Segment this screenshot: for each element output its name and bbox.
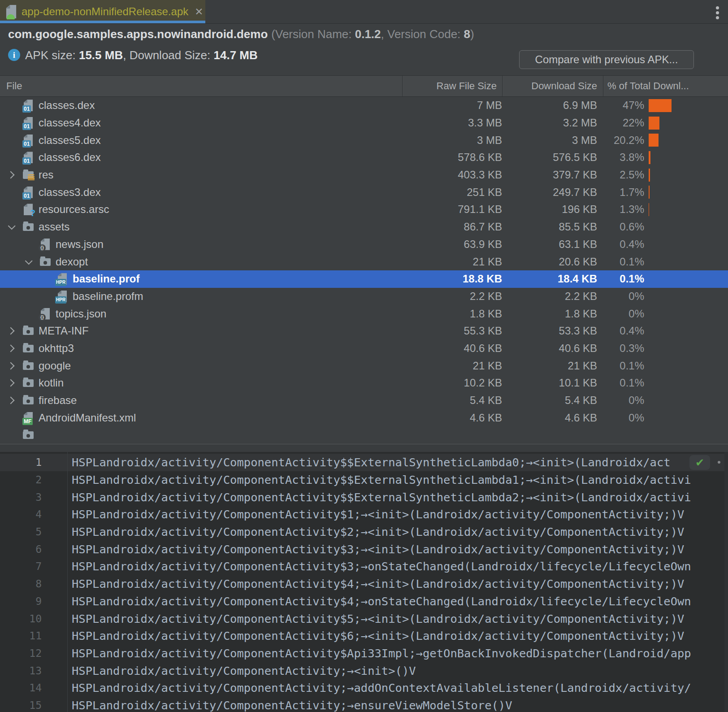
chevron-down-icon[interactable] <box>25 257 33 265</box>
table-row[interactable]: kotlin 10.2 KB 10.1 KB 0.1% <box>0 374 728 392</box>
table-row[interactable]: assets 86.7 KB 85.5 KB 0.6% <box>0 218 728 236</box>
file-cell: firebase <box>0 394 407 407</box>
table-row[interactable]: HPR baseline.profm 2.2 KB 2.2 KB 0% <box>0 288 728 305</box>
percent-cell: 0.1% <box>603 360 728 372</box>
chevron-right-icon[interactable] <box>7 327 15 335</box>
chevron-box <box>6 363 22 369</box>
chevron-right-icon[interactable] <box>7 397 15 404</box>
chevron-box <box>6 328 22 334</box>
raw-file-size: 1.8 KB <box>407 308 502 320</box>
line-number: 7 <box>0 560 67 572</box>
percent-cell: 0.4% <box>603 238 728 251</box>
code-line[interactable]: 15 HSPLandroidx/activity/ComponentActivi… <box>0 697 728 712</box>
code-line[interactable]: 9 HSPLandroidx/activity/ComponentActivit… <box>0 593 728 610</box>
percent-value: 0% <box>603 394 644 407</box>
percent-bar <box>649 134 659 147</box>
hpr-file-icon: HPR <box>56 273 68 285</box>
code-line[interactable]: 6 HSPLandroidx/activity/ComponentActivit… <box>0 540 728 558</box>
table-row[interactable]: okhttp3 40.6 KB 40.6 KB 0.3% <box>0 340 728 357</box>
chevron-right-icon[interactable] <box>7 171 15 179</box>
table-row[interactable]: {} topics.json 1.8 KB 1.8 KB 0% <box>0 305 728 322</box>
table-row[interactable]: META-INF 55.3 KB 53.3 KB 0.4% <box>0 322 728 340</box>
file-cell: 01 classes3.dex <box>0 186 407 199</box>
code-line[interactable]: 5 HSPLandroidx/activity/ComponentActivit… <box>0 523 728 541</box>
raw-file-size: 18.8 KB <box>407 273 502 285</box>
table-row[interactable]: HPR baseline.prof 18.8 KB 18.4 KB 0.1% <box>0 270 728 288</box>
raw-file-size: 4.6 KB <box>407 412 502 424</box>
table-row[interactable]: {} news.json 63.9 KB 63.1 KB 0.4% <box>0 236 728 253</box>
panel-splitter[interactable] <box>0 444 728 452</box>
table-row[interactable]: res 403.3 KB 379.7 KB 2.5% <box>0 166 728 184</box>
code-text: HSPLandroidx/activity/ComponentActivity$… <box>67 525 728 538</box>
chevron-box <box>23 259 39 265</box>
file-name: news.json <box>56 238 104 251</box>
chevron-right-icon[interactable] <box>7 362 15 369</box>
download-size: 20.6 KB <box>502 256 603 268</box>
table-row[interactable]: 01 classes6.dex 578.6 KB 576.5 KB 3.8% <box>0 149 728 166</box>
code-text: HSPLandroidx/activity/ComponentActivity;… <box>67 681 728 695</box>
chevron-box <box>6 398 22 403</box>
percent-value: 0.6% <box>603 221 644 233</box>
code-line[interactable]: 12 HSPLandroidx/activity/ComponentActivi… <box>0 645 728 662</box>
percent-cell: 0% <box>603 394 728 407</box>
file-name: classes3.dex <box>39 186 101 199</box>
line-number: 13 <box>0 665 67 677</box>
file-name: okhttp3 <box>39 342 74 355</box>
percent-value: 0% <box>603 308 644 320</box>
code-line[interactable]: 14 HSPLandroidx/activity/ComponentActivi… <box>0 679 728 697</box>
compare-apk-button[interactable]: Compare with previous APK... <box>519 50 694 69</box>
code-line[interactable]: 11 HSPLandroidx/activity/ComponentActivi… <box>0 627 728 645</box>
raw-file-size: 21 KB <box>407 256 502 268</box>
chevron-right-icon[interactable] <box>7 344 15 352</box>
kebab-menu-icon[interactable] <box>716 6 719 9</box>
close-icon[interactable]: ✕ <box>195 7 203 17</box>
percent-cell: 0.1% <box>603 256 728 268</box>
editor-tab-bar: app-demo-nonMinifiedRelease.apk ✕ <box>0 0 728 24</box>
chevron-down-icon[interactable] <box>8 222 16 230</box>
percent-cell: 20.2% <box>603 134 728 147</box>
download-size: 3.2 MB <box>502 117 603 129</box>
apk-size-text: APK size: 15.5 MB, Download Size: 14.7 M… <box>25 48 258 62</box>
percent-cell: 0.1% <box>603 377 728 389</box>
code-line[interactable]: 7 HSPLandroidx/activity/ComponentActivit… <box>0 558 728 575</box>
code-text: HSPLandroidx/activity/ComponentActivity$… <box>67 629 728 643</box>
chevron-right-icon[interactable] <box>7 379 15 387</box>
table-row[interactable]: 01 classes.dex 7 MB 6.9 MB 47% <box>0 97 728 114</box>
code-line[interactable]: 4 HSPLandroidx/activity/ComponentActivit… <box>0 506 728 523</box>
raw-file-size: 7 MB <box>407 99 502 112</box>
table-row[interactable]: firebase 5.4 KB 5.4 KB 0% <box>0 392 728 409</box>
code-line[interactable]: 8 HSPLandroidx/activity/ComponentActivit… <box>0 575 728 593</box>
column-header-raw-size[interactable]: Raw File Size <box>402 76 497 96</box>
column-header-percent[interactable]: % of Total Downl... <box>607 76 728 96</box>
code-line[interactable]: 1 HSPLandroidx/activity/ComponentActivit… <box>0 454 728 471</box>
column-header-download-size[interactable]: Download Size <box>502 76 597 96</box>
percent-cell: 3.8% <box>603 151 728 164</box>
code-line[interactable]: 13 HSPLandroidx/activity/ComponentActivi… <box>0 662 728 679</box>
percent-value: 0.3% <box>603 342 644 355</box>
file-name: AndroidManifest.xml <box>39 412 136 424</box>
file-cell: kotlin <box>0 377 407 389</box>
raw-file-size: 251 KB <box>407 186 502 199</box>
table-row[interactable]: ? resources.arsc 791.1 KB 196 KB 1.3% <box>0 201 728 218</box>
table-row[interactable]: 01 classes3.dex 251 KB 249.7 KB 1.7% <box>0 183 728 201</box>
code-line[interactable]: 3 HSPLandroidx/activity/ComponentActivit… <box>0 488 728 506</box>
table-row-clipped[interactable] <box>0 426 728 444</box>
table-row[interactable]: 01 classes5.dex 3 MB 3 MB 20.2% <box>0 131 728 149</box>
percent-cell <box>603 429 728 442</box>
table-row[interactable]: MF AndroidManifest.xml 4.6 KB 4.6 KB 0% <box>0 409 728 426</box>
column-header-file[interactable]: File <box>6 76 22 96</box>
code-line[interactable]: 10 HSPLandroidx/activity/ComponentActivi… <box>0 610 728 627</box>
table-row[interactable]: 01 classes4.dex 3.3 MB 3.2 MB 22% <box>0 114 728 132</box>
percent-cell: 0.6% <box>603 221 728 233</box>
tab-apk-file[interactable]: app-demo-nonMinifiedRelease.apk ✕ <box>0 0 205 23</box>
editor-scrollbar[interactable] <box>724 452 728 712</box>
percent-bar <box>649 169 650 182</box>
file-cell: HPR baseline.prof <box>0 273 407 285</box>
percent-cell: 0% <box>603 290 728 303</box>
download-size: 4.6 KB <box>502 412 603 424</box>
file-cell: META-INF <box>0 325 407 337</box>
table-row[interactable]: google 21 KB 21 KB 0.1% <box>0 357 728 374</box>
table-row[interactable]: dexopt 21 KB 20.6 KB 0.1% <box>0 253 728 270</box>
code-line[interactable]: 2 HSPLandroidx/activity/ComponentActivit… <box>0 471 728 489</box>
inspections-ok-icon[interactable]: ✔ <box>689 455 710 470</box>
